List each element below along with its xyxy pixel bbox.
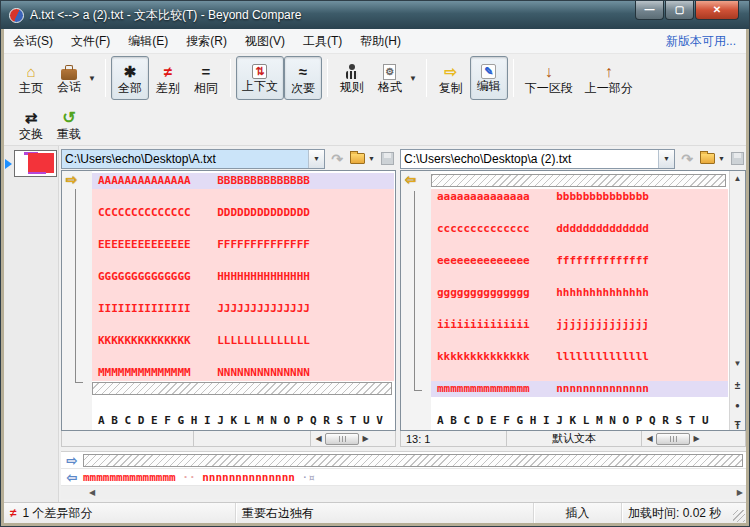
left-pane-statusbar: ◀ ▶ xyxy=(61,431,396,447)
main-toolbar: ⌂主页会话▼✱全部≠差别=相同⇅上下文≈次要规则⚙格式▼⇨复制✎编辑↓下一区段↑… xyxy=(4,54,746,102)
cursor-position: 13: 1 xyxy=(401,431,507,446)
diff-line: EEEEEEEEEEEEEE FFFFFFFFFFFFFF xyxy=(92,237,394,253)
toolbar-copy-button[interactable]: ⇨复制 xyxy=(432,56,470,100)
right-vertical-scrollbar[interactable]: ▲ ▼ ± ● Ŧ xyxy=(729,171,745,430)
minimize-button[interactable]: — xyxy=(635,1,664,20)
scroll-up-icon[interactable]: ▲ xyxy=(730,171,745,186)
scroll-first-diff-button[interactable]: ± xyxy=(730,379,745,393)
right-path-dropdown-icon[interactable]: ▼ xyxy=(658,150,674,168)
right-path-row: ▼ ↷ ▼ xyxy=(400,147,746,170)
detail-whitespace-marks: ·· xyxy=(176,471,203,484)
scroll-right-icon[interactable]: ▶ xyxy=(690,432,703,446)
right-folder-dropdown-icon[interactable]: ▼ xyxy=(718,155,725,162)
new-version-link[interactable]: 新版本可用... xyxy=(666,33,746,50)
diff-line: cccccccccccccc dddddddddddddd xyxy=(431,221,728,237)
toolbar-sessions-dropdown-icon[interactable]: ▼ xyxy=(88,74,96,83)
resize-grip[interactable] xyxy=(733,510,745,522)
right-path-combo[interactable]: ▼ xyxy=(400,149,675,169)
left-folder-dropdown-icon[interactable]: ▼ xyxy=(368,155,375,162)
toolbar-button-label: 相同 xyxy=(194,81,218,95)
left-path-input[interactable] xyxy=(62,150,308,168)
toolbar-prev-part-button[interactable]: ↑上一部分 xyxy=(579,56,639,100)
scrollbar-corner xyxy=(728,431,745,446)
menu-view[interactable]: 视图(V) xyxy=(236,33,294,50)
toolbar-swap-button[interactable]: ⇄交换 xyxy=(12,102,50,146)
diff-line: aaaaaaaaaaaaaa bbbbbbbbbbbbbb xyxy=(431,189,728,205)
menu-session[interactable]: 会话(S) xyxy=(4,33,62,50)
toolbar-next-section-button[interactable]: ↓下一区段 xyxy=(519,56,579,100)
toolbar-show-context-button[interactable]: ⇅上下文 xyxy=(236,56,284,100)
right-open-folder-icon[interactable] xyxy=(700,153,715,164)
toolbar-ignore-minor-button[interactable]: ≈次要 xyxy=(284,56,322,100)
toolbar-separator xyxy=(230,59,231,97)
diff-line xyxy=(92,317,394,333)
right-path-input[interactable] xyxy=(401,150,658,168)
scroll-left-icon[interactable]: ◀ xyxy=(312,432,325,446)
toolbar-sessions-button[interactable]: 会话 xyxy=(50,56,88,100)
left-file-content[interactable]: AAAAAAAAAAAAAA BBBBBBBBBBBBBBCCCCCCCCCCC… xyxy=(92,173,394,429)
left-path-combo[interactable]: ▼ xyxy=(61,149,325,169)
toolbar-button-label: 重载 xyxy=(57,127,81,141)
swap-icon: ⇄ xyxy=(25,108,38,127)
right-file-content[interactable]: aaaaaaaaaaaaaa bbbbbbbbbbbbbbccccccccccc… xyxy=(431,173,728,429)
toolbar-home-button[interactable]: ⌂主页 xyxy=(12,56,50,100)
menu-search[interactable]: 搜索(R) xyxy=(177,33,236,50)
main-area: ▼ ↷ ▼ ⇨ AAAAAAAAAAAAAA BBBBBBBBBBBBBBCC xyxy=(4,146,746,502)
toolbar-edit-button[interactable]: ✎编辑 xyxy=(470,56,508,100)
briefcase-icon xyxy=(61,69,77,80)
menu-help[interactable]: 帮助(H) xyxy=(351,33,410,50)
left-horizontal-scrollbar[interactable]: ◀ ▶ xyxy=(311,431,395,446)
format-icon: ⚙ xyxy=(383,64,396,80)
diff-line: GGGGGGGGGGGGGG HHHHHHHHHHHHHH xyxy=(92,269,394,285)
format-name: 默认文本 xyxy=(507,431,642,446)
left-refresh-icon: ↷ xyxy=(329,151,345,167)
scroll-last-diff-button[interactable]: Ŧ xyxy=(730,419,745,431)
diff-overview-strip[interactable] xyxy=(4,146,59,502)
diff-line xyxy=(92,221,394,237)
diff-line: kkkkkkkkkkkkkk llllllllllllll xyxy=(431,349,728,365)
scroll-center-diff-button[interactable]: ● xyxy=(730,399,745,413)
menu-file[interactable]: 文件(F) xyxy=(62,33,119,50)
title-bar[interactable]: A.txt <--> a (2).txt - 文本比较(T) - Beyond … xyxy=(1,1,749,29)
toolbar-button-label: 全部 xyxy=(118,81,142,95)
menu-edit[interactable]: 编辑(E) xyxy=(119,33,177,50)
left-line-detail[interactable]: ⇨ xyxy=(61,452,746,469)
app-logo-icon xyxy=(9,8,24,23)
toolbar-show-same-button[interactable]: =相同 xyxy=(187,56,225,100)
details-scroll-strip[interactable]: ◀ ▶ xyxy=(61,486,746,499)
scroll-left-icon[interactable]: ◀ xyxy=(643,432,656,446)
detail-scroll-left-icon[interactable]: ◀ xyxy=(89,486,95,499)
toolbar-format-dropdown-icon[interactable]: ▼ xyxy=(409,74,417,83)
toolbar-show-differences-button[interactable]: ≠差别 xyxy=(149,56,187,100)
maximize-button[interactable]: ▢ xyxy=(665,1,694,20)
toolbar-button-label: 规则 xyxy=(340,80,364,94)
scroll-thumb[interactable] xyxy=(656,433,690,445)
detail-scroll-right-icon[interactable]: ▶ xyxy=(737,486,743,499)
diff-line: gggggggggggggg hhhhhhhhhhhhhh xyxy=(431,285,728,301)
left-save-icon xyxy=(381,152,394,165)
toolbar-reload-button[interactable]: ↺重载 xyxy=(50,102,88,146)
right-line-detail[interactable]: ⇦ mmmmmmmmmmmmmm ·· nnnnnnnnnnnnnn ·¤ xyxy=(61,469,746,486)
secondary-toolbar: ⇄交换↺重载 xyxy=(4,102,746,146)
asterisk-icon: ✱ xyxy=(124,62,137,81)
left-open-folder-icon[interactable] xyxy=(350,153,365,164)
scroll-thumb[interactable] xyxy=(325,433,359,445)
detail-eol-mark: ·¤ xyxy=(295,471,315,484)
menu-tools[interactable]: 工具(T) xyxy=(294,33,351,50)
left-text-area[interactable]: ⇨ AAAAAAAAAAAAAA BBBBBBBBBBBBBBCCCCCCCCC… xyxy=(61,170,396,431)
right-horizontal-scrollbar[interactable]: ◀ ▶ xyxy=(642,431,728,446)
left-section-bracket xyxy=(75,189,83,383)
scroll-down-icon[interactable]: ▼ xyxy=(730,356,745,371)
toolbar-rules-button[interactable]: 规则 xyxy=(333,56,371,100)
diff-line xyxy=(431,301,728,317)
diff-line: iiiiiiiiiiiiii jjjjjjjjjjjjjj xyxy=(431,317,728,333)
scroll-right-icon[interactable]: ▶ xyxy=(359,432,372,446)
diff-line: CCCCCCCCCCCCCC DDDDDDDDDDDDDD xyxy=(92,205,394,221)
close-button[interactable]: ✕ xyxy=(695,1,739,20)
right-text-area[interactable]: ⇦ aaaaaaaaaaaaaa bbbbbbbbbbbbbbccccccccc… xyxy=(400,170,746,431)
toolbar-show-all-button[interactable]: ✱全部 xyxy=(111,56,149,100)
toolbar-format-button[interactable]: ⚙格式 xyxy=(371,56,409,100)
overview-thumbnail[interactable] xyxy=(14,150,57,177)
left-path-dropdown-icon[interactable]: ▼ xyxy=(308,150,324,168)
current-diff-line: mmmmmmmmmmmmmm nnnnnnnnnnnnnn xyxy=(431,381,728,397)
